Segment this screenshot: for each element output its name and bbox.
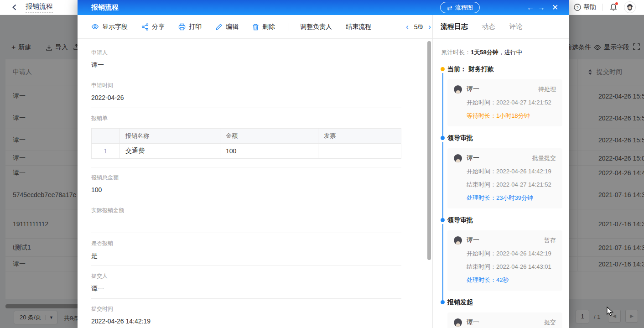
step-title: 领导审批 <box>447 216 562 224</box>
notifications-button[interactable] <box>609 3 618 11</box>
log-line: 处理时长：42秒 <box>454 276 556 284</box>
table-header-row: 报销名称 金额 发票 <box>92 129 401 144</box>
user-avatar <box>454 154 462 162</box>
tab-2[interactable]: 评论 <box>509 22 523 31</box>
field-value: 是 <box>91 252 401 260</box>
log-card[interactable]: 谭一暂存开始时间：2022-04-26 14:42:19结束时间：2022-04… <box>447 230 562 291</box>
edit-button[interactable]: 编辑 <box>215 23 239 31</box>
timeline-node: 报销发起谭一提交开始时间：2022-04-26 14:42:19结束时间：202… <box>440 298 562 328</box>
fields-bottom-host: 报销总金额100实际报销金额是否报销是提交人谭一提交时间2022-04-26 1… <box>91 167 401 328</box>
svg-text:?: ? <box>576 5 578 10</box>
timeline-dot <box>441 67 445 71</box>
flowchart-label: 流程图 <box>455 4 473 12</box>
log-action: 批量提交 <box>532 154 556 162</box>
toolbar-divider <box>289 23 289 31</box>
log-card[interactable]: 谭一待处理开始时间：2022-04-27 14:21:52等待时长：1小时18分… <box>447 79 562 126</box>
pencil-icon <box>215 23 223 31</box>
delete-button[interactable]: 删除 <box>252 23 275 31</box>
log-panel: 流程日志动态评论 累计时长：1天58分钟，进行中 当前： 财务打款谭一待处理开始… <box>432 15 569 328</box>
timeline-dot <box>441 136 445 140</box>
vertical-scrollbar[interactable] <box>427 41 431 260</box>
log-line: 开始时间：2022-04-26 14:42:19 <box>454 250 556 258</box>
log-card[interactable]: 谭一批量提交开始时间：2022-04-26 14:42:19结束时间：2022-… <box>447 148 562 208</box>
field-label: 提交时间 <box>91 305 401 313</box>
show-fields-label: 显示字段 <box>102 23 128 31</box>
field-value <box>91 219 401 227</box>
show-fields-button[interactable]: 显示字段 <box>91 23 128 31</box>
divider <box>602 4 603 11</box>
flowchart-button[interactable]: ⇄ 流程图 <box>440 2 480 13</box>
amount-header: 金额 <box>220 129 318 144</box>
log-line: 开始时间：2022-04-27 14:21:52 <box>454 99 556 107</box>
modal-title: 报销流程 <box>91 3 119 12</box>
log-line: 结束时间：2022-04-26 14:43:01 <box>454 263 556 271</box>
edit-label: 编辑 <box>226 23 239 31</box>
log-content: 累计时长：1天58分钟，进行中 当前： 财务打款谭一待处理开始时间：2022-0… <box>433 39 569 328</box>
summary-label: 累计时长： <box>441 49 471 56</box>
prev-record-icon[interactable]: ‹ <box>406 23 409 31</box>
invoice-header: 发票 <box>318 129 401 144</box>
field-value: 2022-04-26 <box>91 94 401 102</box>
user-avatar[interactable] <box>624 1 636 13</box>
printer-icon <box>178 23 186 31</box>
timeline-dot <box>441 300 445 304</box>
duration-summary: 累计时长：1天58分钟，进行中 <box>440 39 562 57</box>
timeline-node: 当前： 财务打款谭一待处理开始时间：2022-04-27 14:21:52等待时… <box>440 65 562 126</box>
step-title: 当前： 财务打款 <box>447 65 562 73</box>
back-icon[interactable] <box>11 4 18 11</box>
row-index: 1 <box>92 144 120 159</box>
record-pager: ‹ 5/9 › <box>406 23 431 31</box>
modal-header: 报销流程 ⇄ 流程图 ← → ✕ <box>78 0 569 15</box>
adjust-owner-button[interactable]: 调整负责人 <box>300 23 332 31</box>
end-flow-button[interactable]: 结束流程 <box>346 23 371 31</box>
user-avatar <box>454 318 462 327</box>
log-action: 待处理 <box>538 85 556 94</box>
timeline-dot <box>441 218 445 222</box>
print-button[interactable]: 打印 <box>178 23 202 31</box>
summary-status: ，进行中 <box>499 49 522 56</box>
avatar-icon <box>625 3 634 12</box>
share-button[interactable]: 分享 <box>141 23 165 31</box>
adjust-owner-label: 调整负责人 <box>300 23 332 31</box>
field-value: 谭一 <box>91 61 401 69</box>
log-action: 提交 <box>544 318 556 327</box>
tab-1[interactable]: 动态 <box>482 22 495 31</box>
form-field: 实际报销金额 <box>91 200 401 233</box>
field-label: 报销单 <box>91 115 401 122</box>
summary-duration: 1天58分钟 <box>471 49 499 56</box>
user-avatar <box>454 85 462 94</box>
expand-right-icon[interactable]: → <box>538 4 545 12</box>
collapse-left-icon[interactable]: ← <box>527 4 534 12</box>
log-line: 等待时长：1小时18分钟 <box>454 112 556 120</box>
app-window: 报销流程 ? 帮助 + 新建 导入 <box>0 0 644 328</box>
index-header <box>92 129 120 144</box>
timeline-host: 当前： 财务打款谭一待处理开始时间：2022-04-27 14:21:52等待时… <box>440 65 562 328</box>
form-field: 提交人谭一 <box>91 266 401 299</box>
expense-amount: 100 <box>220 144 318 159</box>
log-action: 暂存 <box>544 236 556 245</box>
flowchart-icon: ⇄ <box>447 4 452 11</box>
help-button[interactable]: ? 帮助 <box>574 3 596 11</box>
log-card[interactable]: 谭一提交开始时间：2022-04-26 14:42:19结束时间：2022-04… <box>447 312 562 328</box>
table-row: 1 交通费 100 <box>92 144 401 159</box>
next-record-icon[interactable]: › <box>428 23 431 31</box>
log-user: 谭一 <box>467 154 532 162</box>
field-value: 谭一 <box>91 285 401 293</box>
help-icon: ? <box>574 4 581 11</box>
log-user: 谭一 <box>467 318 544 327</box>
mouse-cursor <box>607 307 614 317</box>
timeline-connector <box>442 142 443 219</box>
expense-items-group: 报销单 报销名称 金额 发票 1 交通费 100 <box>91 108 401 167</box>
field-label: 实际报销金额 <box>91 207 401 214</box>
notification-badge <box>615 2 618 5</box>
close-button[interactable]: ✕ <box>552 0 558 15</box>
detail-form: 申请人谭一申请时间2022-04-26 报销单 报销名称 金额 发票 1 交通费… <box>78 39 432 328</box>
field-label: 申请时间 <box>91 82 401 89</box>
step-title: 报销发起 <box>447 298 562 307</box>
eye-icon <box>91 23 99 31</box>
log-tabs: 流程日志动态评论 <box>433 15 569 39</box>
tab-0[interactable]: 流程日志 <box>441 22 468 31</box>
field-label: 申请人 <box>91 49 401 57</box>
timeline-node: 领导审批谭一批量提交开始时间：2022-04-26 14:42:19结束时间：2… <box>440 134 562 208</box>
end-flow-label: 结束流程 <box>346 23 371 31</box>
